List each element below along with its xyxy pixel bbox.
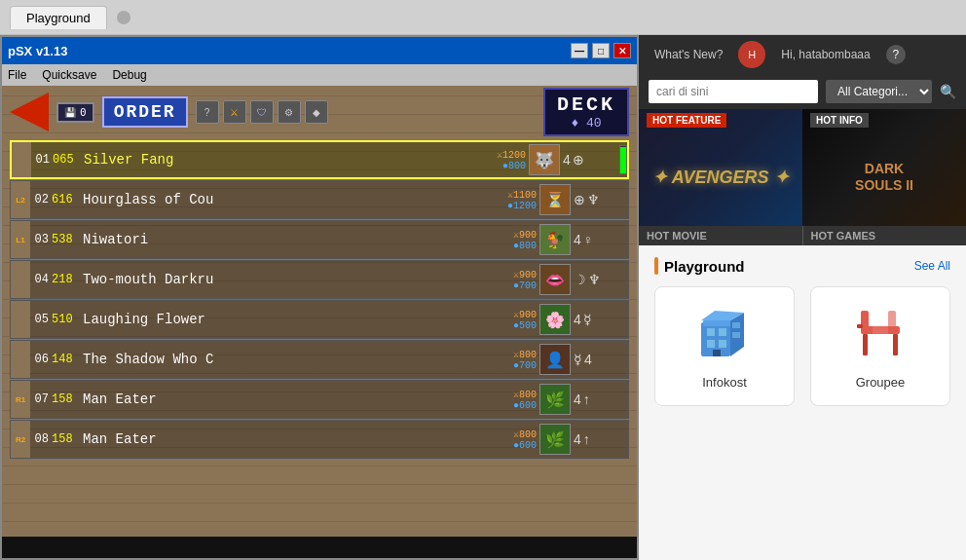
symbol-5a: 4	[574, 312, 581, 327]
game-topbar: 💾 0 ORDER ? ⚔ 🛡 ⚙ ◆ DECK ♦ 40	[2, 86, 637, 138]
monster-name-2: Hourglass of Cou	[83, 192, 478, 207]
atk-1: ⚔1200	[497, 149, 526, 161]
row-number-2: 02	[30, 193, 52, 206]
avengers-text: ✦ AVENGERS ✦	[652, 167, 788, 188]
order-arrow-icon[interactable]	[10, 93, 49, 131]
row-stats-6: ⚔800 ●700	[478, 349, 537, 371]
hot-info-badge: HOT INFO	[810, 113, 869, 128]
svg-rect-4	[707, 340, 715, 348]
monster-name-4: Two-mouth Darkru	[83, 272, 478, 287]
row-number-8: 08	[30, 432, 52, 446]
hot-feature-item[interactable]: HOT FEATURE ✦ AVENGERS ✦	[639, 109, 802, 226]
monster-name-5: Laughing Flower	[83, 312, 478, 327]
psx-titlebar: pSX v1.13 — □ ✕	[2, 37, 637, 64]
app-card-groupee[interactable]: Groupee	[810, 286, 950, 406]
order-icon-2: ⚔	[223, 100, 246, 124]
section-title-container: Playground	[654, 257, 745, 275]
whats-new-link[interactable]: What's New?	[654, 48, 723, 61]
table-row[interactable]: 06 148 The Shadow Who C ⚔800 ●700 👤 ☿ 4	[10, 340, 629, 379]
row-id-5: 510	[52, 313, 83, 326]
category-select[interactable]: All Categori...	[826, 80, 932, 103]
table-row[interactable]: L2 02 616 Hourglass of Cou ⚔1100 ●1200 ⏳…	[10, 180, 629, 219]
svg-rect-2	[707, 328, 715, 336]
row-id-6: 148	[52, 353, 83, 366]
infokost-label: Infokost	[702, 375, 747, 390]
table-row[interactable]: R2 08 158 Man Eater ⚔800 ●600 🌿 4 ↑	[10, 420, 629, 459]
def-3: ●800	[513, 241, 537, 251]
row-number-5: 05	[30, 313, 52, 326]
atk-3: ⚔900	[513, 229, 537, 241]
game-background: 💾 0 ORDER ? ⚔ 🛡 ⚙ ◆ DECK ♦ 40	[2, 86, 637, 558]
row-indicator-6	[11, 341, 30, 378]
deck-label: DECK	[557, 93, 615, 116]
table-row[interactable]: 04 218 Two-mouth Darkru ⚔900 ●700 👄 ☽ ♆	[10, 260, 629, 299]
def-1: ●800	[502, 161, 526, 171]
row-stats-4: ⚔900 ●700	[478, 269, 537, 291]
svg-rect-8	[732, 322, 740, 328]
svg-rect-5	[719, 340, 726, 348]
def-5: ●500	[513, 320, 537, 331]
table-row[interactable]: 05 510 Laughing Flower ⚔900 ●500 🌸 4 ☿	[10, 300, 629, 339]
symbol-7b: ↑	[583, 392, 590, 407]
see-all-link[interactable]: See All	[914, 259, 950, 273]
browser-tab[interactable]: Playground	[10, 6, 107, 29]
monster-icon-3: 🐓	[539, 224, 571, 255]
symbol-2b: ♆	[587, 192, 600, 207]
menu-file[interactable]: File	[8, 68, 26, 82]
row-id-3: 538	[52, 233, 83, 246]
browser-circle-icon	[117, 11, 130, 24]
row-number-3: 03	[30, 233, 52, 246]
hp-bar-container-1	[619, 145, 627, 174]
search-input[interactable]	[649, 80, 818, 103]
row-indicator-8: R2	[11, 421, 30, 458]
groupee-icon	[849, 303, 911, 365]
svg-rect-1	[703, 320, 732, 326]
menu-debug[interactable]: Debug	[112, 68, 146, 82]
app-card-infokost[interactable]: Infokost	[654, 286, 795, 406]
row-number-4: 04	[30, 273, 52, 286]
row-stats-3: ⚔900 ●800	[478, 229, 537, 251]
table-row[interactable]: 01 065 Silver Fang ⚔1200 ●800 🐺 4 ⊕	[10, 140, 629, 179]
tab-label: Playground	[26, 11, 91, 25]
hot-games-label[interactable]: HOT GAMES	[802, 226, 967, 245]
menu-quicksave[interactable]: Quicksave	[42, 68, 96, 82]
row-stats-5: ⚔900 ●500	[478, 309, 537, 331]
row-indicator-2: L2	[11, 181, 30, 218]
table-row[interactable]: L1 03 538 Niwatori ⚔900 ●800 🐓 4 ♀	[10, 220, 629, 259]
infokost-icon	[693, 303, 756, 365]
darksouls-text: DARKSOULS II	[855, 161, 913, 194]
section-title: Playground	[664, 258, 745, 275]
svg-rect-18	[857, 324, 863, 328]
row-symbols-1: 4 ⊕	[563, 152, 617, 168]
minimize-button[interactable]: —	[571, 43, 588, 58]
close-button[interactable]: ✕	[613, 43, 631, 58]
monster-name-6: The Shadow Who C	[83, 352, 478, 367]
help-icon[interactable]: ?	[886, 45, 906, 64]
hp-bar-1	[620, 147, 626, 173]
monster-icon-8: 🌿	[539, 424, 571, 455]
def-8: ●600	[513, 440, 537, 451]
atk-4: ⚔900	[513, 269, 537, 280]
search-button[interactable]: 🔍	[940, 84, 956, 99]
svg-rect-14	[893, 334, 898, 355]
monster-list: 01 065 Silver Fang ⚔1200 ●800 🐺 4 ⊕	[2, 138, 637, 462]
row-symbols-8: 4 ↑	[574, 431, 628, 447]
row-id-8: 158	[52, 432, 83, 446]
main-content: pSX v1.13 — □ ✕ File Quicksave Debug 💾	[0, 35, 966, 560]
row-indicator-4	[11, 261, 30, 298]
monster-name-3: Niwatori	[83, 232, 478, 247]
hot-movie-label[interactable]: HOT MOVIE	[639, 226, 802, 245]
monster-icon-1: 🐺	[529, 144, 560, 175]
monster-icon-4: 👄	[539, 264, 571, 295]
row-stats-1: ⚔1200 ●800	[467, 149, 526, 171]
hot-info-bar: HOT INFO	[802, 109, 966, 131]
maximize-button[interactable]: □	[592, 43, 610, 58]
game-bottom-bar	[2, 537, 637, 558]
top-nav: What's New? H Hi, hatabombaaa ?	[639, 35, 966, 74]
order-icon-3: 🛡	[250, 100, 274, 124]
row-id-1: 065	[53, 153, 84, 167]
table-row[interactable]: R1 07 158 Man Eater ⚔800 ●600 🌿 4 ↑	[10, 380, 629, 419]
hot-info-item[interactable]: HOT INFO DARKSOULS II	[802, 109, 966, 226]
svg-rect-17	[888, 311, 896, 330]
symbol-1b: ⊕	[573, 152, 584, 168]
